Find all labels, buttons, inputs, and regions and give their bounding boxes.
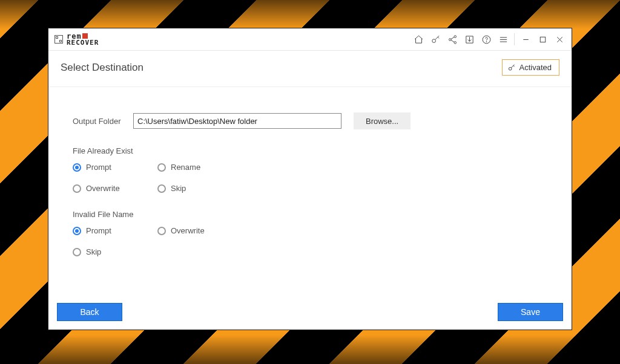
- window-maximize-button[interactable]: [534, 28, 551, 50]
- file-exist-group-label: File Already Exist: [73, 146, 559, 155]
- output-folder-label: Output Folder: [73, 117, 121, 126]
- logo-text: rem RECOVER: [67, 33, 99, 46]
- invalid-name-prompt-radio[interactable]: Prompt: [73, 226, 157, 235]
- menu-icon[interactable]: [495, 28, 512, 50]
- key-icon: [507, 63, 516, 72]
- invalid-name-skip-radio[interactable]: Skip: [73, 247, 157, 256]
- output-folder-row: Output Folder Browse...: [73, 112, 559, 129]
- window-minimize-button[interactable]: [517, 28, 534, 50]
- footer: Back Save: [48, 303, 572, 330]
- activated-label: Activated: [519, 63, 552, 72]
- radio-icon: [73, 227, 81, 235]
- invalid-name-options: Prompt Overwrite Skip: [73, 226, 559, 256]
- radio-icon: [73, 184, 81, 193]
- svg-point-7: [509, 67, 512, 70]
- app-logo: rem RECOVER: [54, 33, 99, 46]
- import-icon[interactable]: [461, 28, 478, 50]
- share-icon[interactable]: [444, 28, 461, 50]
- file-exist-overwrite-radio[interactable]: Overwrite: [73, 184, 157, 193]
- svg-point-1: [449, 38, 451, 41]
- help-icon[interactable]: [478, 28, 495, 50]
- svg-point-5: [486, 41, 487, 42]
- logo-glyph-icon: [54, 35, 63, 44]
- radio-icon: [157, 184, 166, 193]
- svg-point-3: [453, 41, 456, 44]
- svg-point-2: [453, 35, 456, 37]
- key-icon[interactable]: [427, 28, 444, 50]
- radio-icon: [157, 227, 166, 235]
- logo-red-square-icon: [82, 33, 88, 39]
- browse-button[interactable]: Browse...: [354, 112, 411, 129]
- titlebar: rem RECOVER: [48, 28, 572, 51]
- content-area: Output Folder Browse... File Already Exi…: [48, 87, 572, 303]
- file-exist-options: Prompt Rename Overwrite Skip: [73, 163, 559, 193]
- invalid-name-group-label: Invalid File Name: [73, 210, 559, 219]
- page-title: Select Destination: [61, 62, 143, 74]
- back-button[interactable]: Back: [57, 303, 122, 321]
- radio-icon: [157, 163, 166, 172]
- home-icon[interactable]: [410, 28, 427, 50]
- radio-icon: [73, 163, 81, 172]
- svg-point-0: [432, 39, 435, 42]
- svg-rect-6: [540, 37, 546, 42]
- page-header: Select Destination Activated: [48, 51, 572, 87]
- app-window: rem RECOVER: [48, 28, 572, 330]
- activated-badge[interactable]: Activated: [502, 59, 559, 76]
- file-exist-rename-radio[interactable]: Rename: [157, 163, 279, 172]
- radio-icon: [73, 248, 81, 256]
- window-close-button[interactable]: [551, 28, 568, 50]
- save-button[interactable]: Save: [498, 303, 563, 321]
- file-exist-skip-radio[interactable]: Skip: [157, 184, 279, 193]
- invalid-name-overwrite-radio[interactable]: Overwrite: [157, 226, 279, 235]
- output-folder-input[interactable]: [133, 113, 341, 129]
- file-exist-prompt-radio[interactable]: Prompt: [73, 163, 157, 172]
